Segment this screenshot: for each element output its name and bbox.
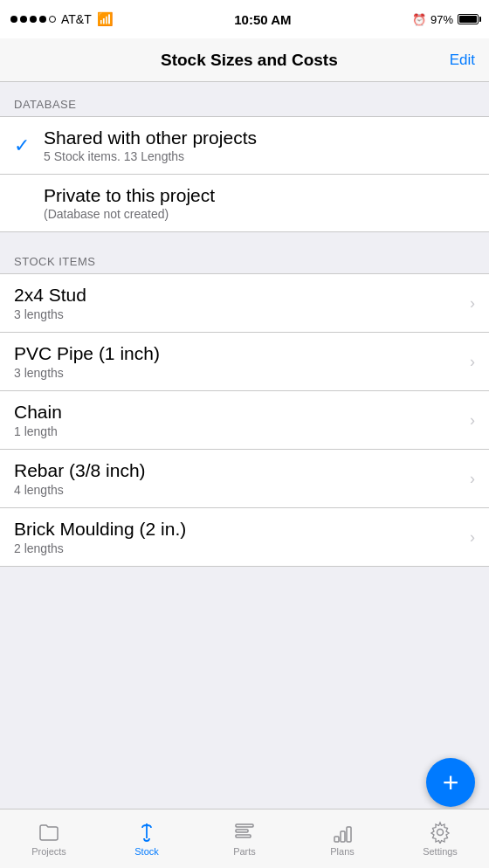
parts-icon [233,821,256,844]
signal-dot-3 [30,16,37,23]
database-shared-text: Shared with other projects 5 Stock items… [44,127,257,163]
stock-list-item[interactable]: Chain 1 length › [0,391,489,450]
stock-item-name: Rebar (3/8 inch) [14,460,146,481]
stock-list-item[interactable]: Rebar (3/8 inch) 4 lengths › [0,450,489,508]
database-shared-subtitle: 5 Stock items. 13 Lengths [44,149,257,163]
tab-settings-label: Settings [423,846,458,857]
svg-rect-4 [334,837,339,842]
database-section-header: DATABASE [0,82,489,116]
status-time: 10:50 AM [234,12,291,27]
alarm-icon: ⏰ [412,13,426,26]
tab-stock-label: Stock [134,846,159,857]
stock-item-lengths: 3 lengths [14,366,160,380]
stock-item-name: Brick Moulding (2 in.) [14,519,186,540]
nav-bar: Stock Sizes and Costs Edit [0,38,489,82]
stock-item-text: 2x4 Stud 3 lengths [14,285,86,321]
chevron-right-icon: › [470,353,475,371]
stock-item-lengths: 2 lengths [14,541,186,555]
stock-list: 2x4 Stud 3 lengths › PVC Pipe (1 inch) 3… [0,273,489,567]
page-title: Stock Sizes and Costs [49,51,450,70]
svg-rect-5 [341,831,345,842]
carrier-label: AT&T [61,12,92,26]
stock-item-text: Brick Moulding (2 in.) 2 lengths [14,519,186,555]
svg-rect-6 [347,827,351,842]
stock-item-text: PVC Pipe (1 inch) 3 lengths [14,343,160,380]
database-private-text: Private to this project (Database not cr… [44,185,215,221]
stock-item-lengths: 3 lengths [14,307,86,321]
svg-rect-2 [236,830,248,832]
fab-container: + [426,758,475,807]
chevron-right-icon: › [470,411,475,430]
projects-icon [38,821,60,844]
database-private-title: Private to this project [44,185,215,206]
stock-list-item[interactable]: PVC Pipe (1 inch) 3 lengths › [0,333,489,391]
tab-parts-label: Parts [233,846,256,857]
add-button[interactable]: + [426,758,475,807]
database-item-shared[interactable]: ✓ Shared with other projects 5 Stock ite… [0,117,489,175]
chevron-right-icon: › [470,528,475,547]
stock-item-text: Chain 1 length [14,402,62,438]
tab-bar: Projects Stock Parts [0,809,489,868]
signal-dot-2 [20,16,27,23]
chevron-right-icon: › [470,470,475,488]
signal-dot-4 [39,16,46,23]
tab-parts[interactable]: Parts [196,821,293,857]
tab-plans-label: Plans [330,846,355,857]
svg-rect-1 [236,824,253,827]
svg-point-7 [437,830,444,836]
database-item-private[interactable]: ✓ Private to this project (Database not … [0,175,489,231]
content-area: DATABASE ✓ Shared with other projects 5 … [0,82,489,626]
signal-dots [10,16,56,23]
database-shared-title: Shared with other projects [44,127,257,148]
stock-item-name: Chain [14,402,62,423]
stock-item-name: 2x4 Stud [14,285,86,306]
chevron-right-icon: › [470,294,475,313]
stock-list-item[interactable]: 2x4 Stud 3 lengths › [0,274,489,333]
status-bar: AT&T 📶 10:50 AM ⏰ 97% [0,0,489,38]
battery-percent: 97% [430,13,453,26]
tab-projects-label: Projects [31,846,66,857]
status-right: ⏰ 97% [412,13,479,26]
checkmark-icon: ✓ [14,134,31,157]
wifi-icon: 📶 [97,11,114,27]
settings-icon [429,821,451,844]
tab-settings[interactable]: Settings [391,821,489,857]
tab-projects[interactable]: Projects [0,821,98,857]
svg-rect-3 [236,835,251,837]
battery-icon [458,14,479,24]
edit-button[interactable]: Edit [450,52,475,69]
tab-plans[interactable]: Plans [293,821,391,857]
stock-item-name: PVC Pipe (1 inch) [14,343,160,364]
database-list: ✓ Shared with other projects 5 Stock ite… [0,116,489,232]
tab-stock[interactable]: Stock [98,821,196,857]
signal-dot-1 [10,16,17,23]
database-private-subtitle: (Database not created) [44,207,215,221]
stock-list-item[interactable]: Brick Moulding (2 in.) 2 lengths › [0,508,489,566]
stock-item-lengths: 1 length [14,424,62,438]
status-left: AT&T 📶 [10,11,114,27]
stock-item-text: Rebar (3/8 inch) 4 lengths [14,460,146,497]
plans-icon [331,821,354,844]
stock-icon [135,821,158,844]
signal-dot-5 [49,16,56,23]
stock-item-lengths: 4 lengths [14,483,146,497]
stock-section-header: STOCK ITEMS [0,239,489,273]
